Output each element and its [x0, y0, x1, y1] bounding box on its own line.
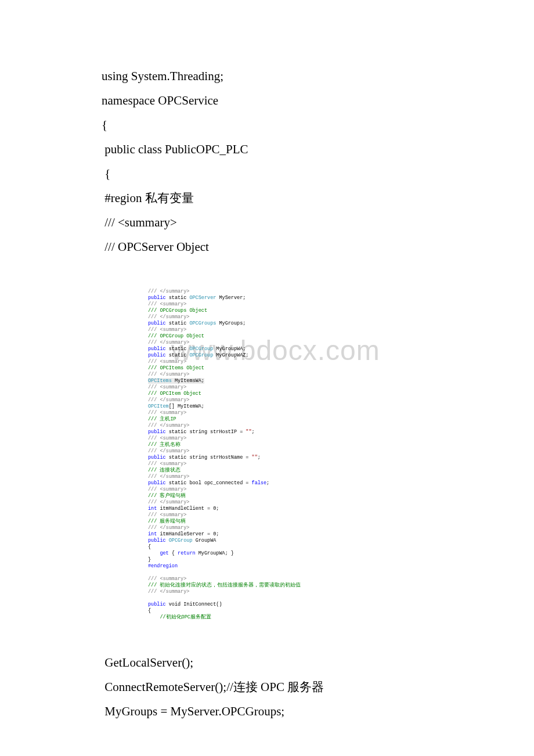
comment: /// <summary>: [148, 301, 186, 307]
keyword: public: [148, 455, 166, 460]
code-line: using System.Threading;: [102, 64, 488, 88]
text: }: [148, 557, 151, 563]
keyword: #endregion: [148, 563, 178, 569]
text: {: [148, 544, 151, 550]
text: MyGroupWAZ;: [213, 352, 248, 358]
inner-code-block: /// </summary> public static OPCServer M…: [148, 282, 488, 627]
comment: /// <summary>: [148, 435, 186, 441]
type: OPCGroup: [169, 538, 193, 543]
code-line: MyGroups = MyServer.OPCGroups;: [102, 699, 488, 723]
keyword: int: [148, 506, 157, 512]
comment: /// </summary>: [148, 289, 189, 294]
code-line: namespace OPCService: [102, 88, 488, 113]
comment: /// </summary>: [148, 474, 189, 480]
text: static: [166, 352, 190, 358]
text: [] MyItemWA;: [169, 404, 204, 409]
string: "": [246, 429, 251, 435]
comment: /// <summary>: [148, 487, 186, 492]
keyword: public: [148, 538, 166, 543]
comment-cn: /// 服务端句柄: [148, 519, 186, 524]
type: OPCServer: [189, 295, 216, 301]
text: itmHandleServer = 0;: [157, 531, 219, 537]
type: OPCGroup: [189, 346, 213, 352]
comment: /// OPCItem Object: [148, 391, 201, 397]
text: itmHandleClient = 0;: [157, 506, 219, 512]
comment: /// OPCGroup Object: [148, 333, 204, 339]
code-line: /// <summary>: [102, 210, 488, 235]
string: "": [252, 455, 258, 460]
text: static: [166, 346, 190, 352]
comment: /// <summary>: [148, 461, 186, 467]
comment-cn: //初始化OPC服务配置: [148, 614, 211, 620]
code-line: /// OPCServer Object: [102, 235, 488, 259]
type: OPCItems: [148, 378, 172, 384]
comment-cn: /// 主机名称: [148, 442, 181, 448]
code-line: GetLocalServer();: [102, 650, 488, 675]
text: static: [166, 321, 190, 326]
comment: /// <summary>: [148, 512, 186, 518]
text: static bool opc_connected =: [166, 480, 252, 486]
keyword: public: [148, 295, 166, 301]
comment: /// </summary>: [148, 525, 189, 531]
keyword: get: [148, 550, 169, 556]
text: {: [148, 608, 151, 614]
comment: /// </summary>: [148, 397, 189, 403]
keyword: int: [148, 531, 157, 537]
text: {: [169, 550, 178, 556]
comment: /// </summary>: [148, 499, 189, 505]
type: OPCGroups: [189, 321, 216, 326]
text: static string strHostName =: [166, 455, 252, 460]
comment: /// OPCGroups Object: [148, 308, 207, 314]
text: MyServer;: [216, 295, 246, 301]
comment-cn: /// 初始化连接对应的状态，包括连接服务器，需要读取的初始值: [148, 582, 301, 588]
comment-cn: /// 主机IP: [148, 416, 176, 422]
text: MyGroups;: [216, 321, 246, 326]
comment: /// OPCItems Object: [148, 365, 204, 371]
keyword: public: [148, 602, 166, 607]
code-line: #region 私有变量: [102, 186, 488, 210]
keyword: public: [148, 429, 166, 435]
comment: /// </summary>: [148, 314, 189, 320]
keyword: public: [148, 480, 166, 486]
type: OPCGroup: [189, 352, 213, 358]
keyword: false: [252, 480, 267, 486]
keyword: public: [148, 346, 166, 352]
comment: /// </summary>: [148, 340, 189, 345]
text: ;: [258, 455, 261, 460]
text: static string strHostIP =: [166, 429, 246, 435]
comment: /// <summary>: [148, 384, 186, 390]
text: MyItemsWA;: [172, 378, 204, 384]
keyword: public: [148, 321, 166, 326]
embedded-code-image: www.bdocx.com /// </summary> public stat…: [102, 282, 488, 627]
comment-cn: /// 连接状态: [148, 467, 181, 473]
code-line: public class PublicOPC_PLC: [102, 137, 488, 161]
comment: /// </summary>: [148, 589, 189, 595]
comment: /// </summary>: [148, 448, 189, 454]
comment-cn: /// 客户端句柄: [148, 493, 186, 499]
type: OPCItem: [148, 404, 169, 409]
text: GroupWA: [193, 538, 217, 543]
keyword: return: [178, 550, 196, 556]
comment: /// <summary>: [148, 327, 186, 333]
code-line: {: [102, 113, 488, 137]
comment: /// <summary>: [148, 410, 186, 416]
keyword: public: [148, 352, 166, 358]
comment: /// </summary>: [148, 372, 189, 377]
text: ;: [266, 480, 269, 486]
comment: /// </summary>: [148, 423, 189, 429]
text: static: [166, 295, 190, 301]
comment: /// <summary>: [148, 359, 186, 365]
comment: /// <summary>: [148, 576, 186, 582]
text: void InitConnect(): [166, 602, 222, 607]
document-page: using System.Threading; namespace OPCSer…: [0, 0, 534, 723]
code-line: ConnectRemoteServer();//连接 OPC 服务器: [102, 675, 488, 699]
text: MyGroupWA;: [213, 346, 246, 352]
code-line: {: [102, 161, 488, 186]
text: MyGroupWA; }: [196, 550, 234, 556]
text: ;: [252, 429, 255, 435]
